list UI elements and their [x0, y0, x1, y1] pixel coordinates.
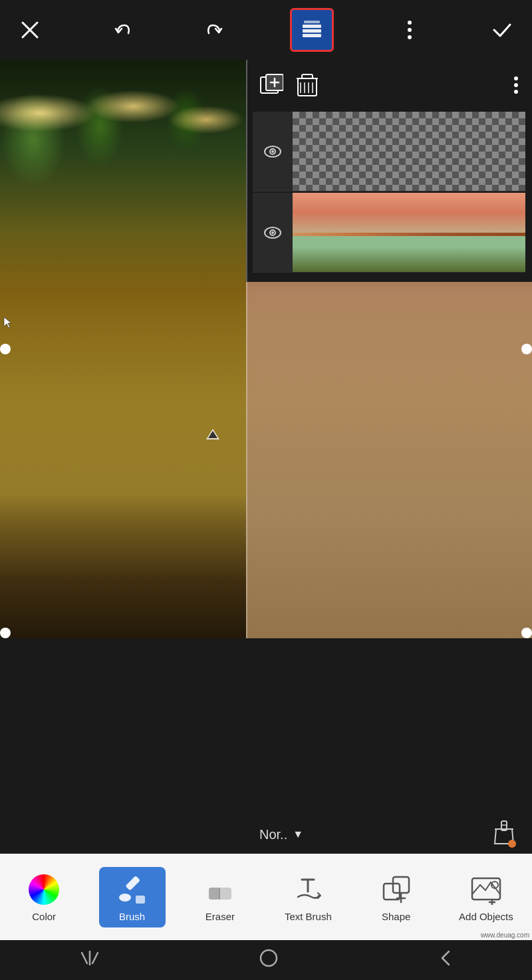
layer-2-thumbnail — [293, 193, 525, 272]
drag-handle-bottom-right[interactable] — [521, 628, 532, 638]
svg-rect-36 — [136, 896, 145, 904]
svg-rect-3 — [303, 29, 321, 33]
add-objects-icon-wrap — [469, 872, 503, 907]
nav-menu-button[interactable] — [80, 950, 99, 970]
shape-icon-wrap — [379, 872, 414, 907]
canvas-triangle-indicator — [206, 429, 219, 441]
tool-eraser[interactable]: Eraser — [187, 867, 253, 927]
svg-rect-38 — [209, 888, 219, 900]
nav-home-button[interactable] — [259, 949, 278, 971]
color-icon-wrap — [27, 872, 61, 907]
tool-color[interactable]: Color — [11, 867, 77, 927]
svg-point-22 — [514, 90, 518, 94]
more-options-button[interactable] — [393, 13, 426, 47]
svg-point-7 — [408, 28, 412, 32]
svg-rect-4 — [303, 34, 321, 37]
redo-button[interactable] — [198, 13, 231, 47]
drag-handle-left[interactable] — [0, 344, 11, 354]
watermark: www.deuag.com — [481, 931, 529, 939]
svg-point-8 — [408, 35, 412, 39]
svg-rect-5 — [304, 21, 320, 23]
text-brush-icon-wrap — [291, 872, 325, 907]
brush-tool-label: Brush — [119, 911, 145, 922]
shape-tool-label: Shape — [382, 911, 410, 922]
tool-brush[interactable]: Brush — [99, 867, 166, 927]
canvas-left-panel — [0, 60, 246, 638]
svg-line-52 — [92, 953, 98, 963]
layer-row-2[interactable] — [253, 193, 525, 273]
svg-point-35 — [119, 894, 131, 902]
canvas-divider — [246, 60, 247, 638]
eraser-tool-label: Eraser — [205, 911, 235, 922]
layer-1-thumbnail — [293, 112, 525, 191]
tool-shape[interactable]: Shape — [363, 867, 430, 927]
panel-toolbar — [253, 68, 525, 112]
top-bar — [0, 0, 532, 60]
close-button[interactable] — [13, 13, 47, 47]
svg-rect-43 — [393, 877, 409, 893]
layer-2-visibility[interactable] — [253, 227, 293, 239]
svg-rect-42 — [384, 884, 400, 900]
svg-point-28 — [271, 231, 274, 234]
layer-1-visibility[interactable] — [253, 146, 293, 158]
blend-mode-arrow: ▼ — [293, 828, 303, 840]
svg-rect-19 — [302, 74, 313, 78]
svg-point-6 — [408, 21, 412, 25]
layers-panel — [246, 60, 532, 282]
layer-more-button[interactable] — [513, 75, 519, 99]
brush-icon-wrap — [115, 872, 150, 907]
color-wheel-icon — [29, 874, 59, 905]
add-objects-tool-label: Add Objects — [459, 911, 513, 922]
tool-add-objects[interactable]: Add Objects — [451, 867, 521, 927]
drag-handle-right[interactable] — [521, 344, 532, 354]
confirm-button[interactable] — [485, 13, 519, 47]
svg-point-20 — [514, 76, 518, 80]
nav-back-button[interactable] — [438, 949, 452, 971]
blend-mode-label: Nor.. — [259, 827, 287, 842]
delete-layer-button[interactable] — [297, 73, 318, 101]
eraser-icon-wrap — [203, 872, 237, 907]
undo-button[interactable] — [106, 13, 139, 47]
tool-text-brush[interactable]: Text Brush — [275, 867, 341, 927]
drag-handle-bottom-left[interactable] — [0, 628, 11, 638]
text-brush-tool-label: Text Brush — [285, 911, 332, 922]
svg-rect-2 — [303, 25, 321, 28]
layers-button[interactable] — [290, 8, 334, 52]
nav-bar — [0, 940, 532, 980]
svg-line-50 — [82, 953, 87, 963]
layer-row-1[interactable] — [253, 112, 525, 191]
cursor-indicator — [3, 316, 13, 332]
svg-point-33 — [508, 840, 516, 848]
bottom-toolbar: Color Brush Eraser — [0, 854, 532, 940]
svg-point-25 — [271, 150, 274, 153]
color-bucket-button[interactable] — [489, 820, 519, 849]
svg-point-53 — [261, 950, 277, 966]
svg-point-21 — [514, 83, 518, 87]
add-layer-button[interactable] — [259, 73, 283, 101]
color-tool-label: Color — [32, 911, 56, 922]
blend-mode-select[interactable]: Nor.. ▼ — [259, 827, 303, 842]
blend-row: Nor.. ▼ — [259, 820, 519, 849]
svg-rect-34 — [125, 876, 140, 891]
